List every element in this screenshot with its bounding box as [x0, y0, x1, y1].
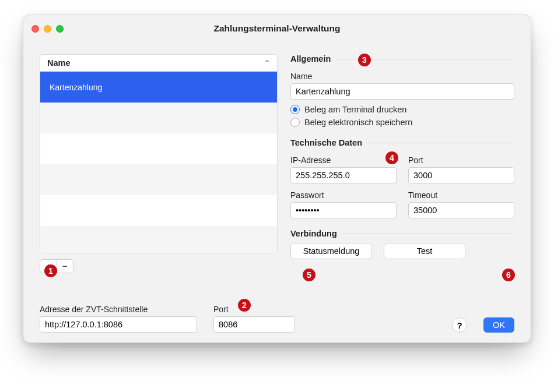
remove-button[interactable]: −	[57, 260, 73, 273]
port-label: Port	[408, 156, 514, 165]
table-row[interactable]: Kartenzahlung	[40, 72, 277, 103]
zvt-port-input[interactable]	[213, 316, 295, 333]
ip-input[interactable]	[290, 167, 397, 183]
radio-icon	[290, 118, 300, 127]
column-header-name: Name	[47, 58, 71, 68]
section-connection-label: Verbindung	[290, 229, 337, 238]
zvt-port-label: Port	[213, 305, 295, 314]
radio-print-terminal[interactable]: Beleg am Terminal drucken	[290, 103, 514, 116]
section-general: Allgemein	[290, 54, 514, 63]
table-row-empty	[40, 226, 277, 253]
help-button[interactable]: ?	[452, 317, 467, 333]
radio-print-label: Beleg am Terminal drucken	[304, 105, 406, 114]
zvt-addr-input[interactable]	[40, 316, 197, 333]
radio-icon	[290, 105, 300, 114]
password-label: Passwort	[290, 190, 397, 200]
radio-store-electronic[interactable]: Beleg elektronisch speichern	[290, 116, 514, 129]
row-name: Kartenzahlung	[50, 83, 102, 92]
annotation-1: 1	[44, 264, 57, 277]
zoom-icon[interactable]	[56, 25, 64, 33]
minimize-icon[interactable]	[44, 25, 51, 33]
section-tech-label: Technische Daten	[290, 138, 362, 147]
close-icon[interactable]	[31, 25, 39, 33]
section-general-label: Allgemein	[290, 54, 331, 63]
receipt-radio-group: Beleg am Terminal drucken Beleg elektron…	[290, 103, 514, 129]
annotation-5: 5	[303, 269, 315, 281]
terminal-table[interactable]: Name ⌃ Kartenzahlung	[40, 54, 278, 253]
status-button[interactable]: Statusmeldung	[290, 243, 372, 259]
chevron-up-icon: ⌃	[264, 59, 270, 67]
port-input[interactable]	[408, 167, 514, 183]
annotation-6: 6	[502, 269, 515, 281]
annotation-4: 4	[385, 151, 398, 164]
table-row-empty	[40, 133, 277, 164]
timeout-label: Timeout	[408, 190, 514, 200]
timeout-input[interactable]	[408, 202, 514, 218]
section-tech: Technische Daten	[290, 138, 514, 147]
annotation-2: 2	[238, 299, 251, 312]
password-input[interactable]	[290, 202, 397, 218]
titlebar: Zahlungsterminal-Verwaltung	[23, 15, 531, 43]
zvt-addr-label: Adresse der ZVT-Schnittstelle	[40, 305, 197, 314]
ok-button[interactable]: OK	[483, 317, 514, 333]
test-button[interactable]: Test	[384, 243, 465, 259]
traffic-lights	[31, 15, 64, 42]
ip-label: IP-Adresse	[290, 156, 397, 165]
table-row-empty	[40, 195, 277, 226]
annotation-3: 3	[358, 54, 371, 66]
section-connection: Verbindung	[290, 229, 514, 238]
radio-store-label: Beleg elektronisch speichern	[304, 118, 412, 127]
name-label: Name	[290, 72, 514, 81]
name-input[interactable]	[290, 83, 514, 100]
window-title: Zahlungsterminal-Verwaltung	[213, 23, 340, 33]
table-header[interactable]: Name ⌃	[40, 55, 277, 72]
table-row-empty	[40, 164, 277, 195]
dialog-window: Zahlungsterminal-Verwaltung Name ⌃ Karte…	[23, 15, 531, 343]
table-row-empty	[40, 103, 277, 133]
